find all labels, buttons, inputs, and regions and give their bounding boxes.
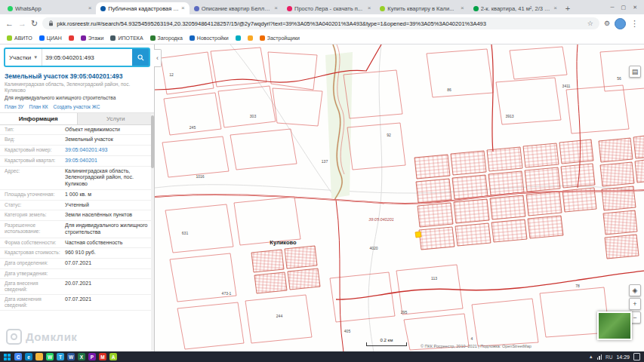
taskbar-app-excel[interactable]: X	[78, 353, 85, 360]
bookmark-star-icon[interactable]: ☆	[587, 20, 593, 27]
map-button-locate[interactable]: ◈	[629, 284, 641, 296]
scale-line	[366, 342, 407, 346]
search-input[interactable]	[42, 49, 132, 66]
tab-close-icon[interactable]: ×	[274, 5, 278, 11]
scale-bar: 0.2 км	[366, 338, 407, 346]
url-field[interactable]: pkk.rosreestr.ru/#/search/54.93254595263…	[42, 17, 599, 29]
bookmark-zastroyshchiki[interactable]: Застройщики	[260, 35, 300, 41]
cadastral-map[interactable]: 12 245 303 137 1016 631 473-1 244 405 40…	[155, 44, 644, 352]
taskbar-apps: C e W T W X P M A	[14, 353, 117, 360]
object-card: Земельный участок 39:05:040201:493 Калин…	[0, 70, 154, 113]
info-row: Статус: Учтенный	[0, 201, 154, 211]
bookmark-fav8[interactable]	[236, 35, 241, 41]
tab-favicon	[287, 6, 292, 11]
close-icon[interactable]: ✕	[633, 5, 637, 11]
info-row: Тип: Объект недвижимости	[0, 125, 154, 136]
taskbar-app-avito[interactable]: A	[109, 353, 117, 360]
bookmark-fav9[interactable]	[248, 35, 253, 41]
back-icon[interactable]: ←	[5, 20, 14, 28]
taskbar-app-photos[interactable]: P	[88, 353, 96, 360]
map-button-zoom-in[interactable]: +	[629, 298, 641, 310]
browser-tab-whatsapp[interactable]: WhatsApp ×	[3, 2, 96, 14]
content: Участки ▼ Земельный участок 39:05:040201…	[0, 44, 644, 352]
object-action-link[interactable]: Создать участок ЖС	[54, 104, 100, 109]
bookmark-avito[interactable]: АВИТО	[7, 35, 32, 41]
bookmark-favicon	[81, 35, 86, 41]
forward-icon[interactable]: →	[18, 20, 26, 28]
info-row-label: Форма собственности:	[5, 240, 65, 247]
info-row-label: Дата внесения сведений:	[5, 281, 65, 293]
selected-parcel[interactable]	[415, 232, 421, 238]
object-usage: Для индивидуального жилищного строительс…	[5, 95, 149, 101]
search-icon	[137, 54, 144, 61]
menu-kebab-icon[interactable]: ⋮	[630, 20, 639, 28]
tab-close-icon[interactable]: ×	[88, 5, 92, 11]
bookmark-novostroyki[interactable]: Новостройки	[190, 35, 229, 41]
info-row: Категория земель: Земли населённых пункт…	[0, 210, 154, 221]
bookmark-etazhi[interactable]: Этажи	[81, 35, 104, 41]
info-row: Адрес: Калининградская область, Зеленогр…	[0, 167, 154, 190]
taskbar-app-word[interactable]: W	[67, 353, 75, 360]
notification-center-icon[interactable]	[633, 353, 640, 360]
info-row: Дата внесения сведений: 20.07.2021	[0, 279, 154, 295]
new-tab-button[interactable]: +	[562, 2, 574, 14]
taskbar-app-explorer[interactable]	[35, 353, 43, 360]
system-tray: ▲ RU 14:29	[589, 353, 640, 360]
language-indicator[interactable]: RU	[605, 354, 612, 360]
maximize-icon[interactable]: ▢	[621, 5, 627, 11]
refresh-icon[interactable]: ↻	[31, 20, 38, 28]
bookmark-ipoteka[interactable]: ИПОТЕКА	[110, 35, 143, 41]
bookmark-favicon	[39, 35, 45, 41]
info-row-label: Статус:	[5, 202, 65, 209]
bookmark-favicon	[236, 35, 241, 41]
info-row: Кадастровый номер: 39:05:040201:493	[0, 146, 154, 156]
taskbar-app-mail[interactable]: M	[99, 353, 106, 360]
tab-information[interactable]: Информация	[0, 113, 78, 124]
info-row: Форма собственности: Частная собственнос…	[0, 238, 154, 249]
info-row: Дата утверждения:	[0, 269, 154, 279]
start-button[interactable]	[4, 354, 11, 360]
browser-tab-tab5[interactable]: Купить квартиру в Кали... ×	[375, 2, 468, 14]
bookmark-cian[interactable]: ЦИАН	[39, 35, 62, 41]
panel-scrollbar[interactable]	[151, 114, 154, 352]
info-row-label: Кадастровый квартал:	[5, 158, 65, 164]
tab-close-icon[interactable]: ×	[181, 5, 185, 11]
minimize-icon[interactable]: ─	[611, 5, 615, 10]
info-row-value: Учтенный	[65, 202, 149, 209]
browser-tab-tab4[interactable]: Просто Лера - скачать п... ×	[282, 2, 375, 14]
search-category-dropdown[interactable]: Участки ▼	[5, 49, 42, 66]
tab-favicon	[100, 6, 106, 11]
tray-expand-icon[interactable]: ▲	[589, 354, 593, 359]
browser-tab-pkk[interactable]: Публичная кадастровая ка... ×	[96, 2, 189, 14]
clock[interactable]: 14:29	[616, 354, 630, 360]
map-canvas	[155, 44, 644, 352]
taskbar-app-edge[interactable]: e	[25, 353, 32, 360]
map-button-layers[interactable]: ▤	[629, 66, 641, 78]
bookmark-favicon	[150, 35, 156, 41]
taskbar-app-whatsapp[interactable]: W	[46, 353, 54, 360]
object-action-link[interactable]: План ЗУ	[5, 104, 23, 109]
search-button[interactable]	[132, 49, 149, 66]
tab-services[interactable]: Услуги	[78, 113, 155, 124]
network-icon[interactable]	[597, 354, 602, 360]
bookmark-favicon	[260, 35, 265, 41]
bookmark-fav3[interactable]	[69, 35, 74, 41]
tab-close-icon[interactable]: ×	[368, 5, 371, 11]
extensions-icon[interactable]: ⚙	[604, 20, 610, 27]
panel-collapse-button[interactable]: ‹	[154, 49, 162, 67]
object-action-link[interactable]: План КК	[29, 104, 48, 109]
bookmark-zagorodka[interactable]: Загородка	[150, 35, 183, 41]
tab-close-icon[interactable]: ×	[553, 5, 557, 11]
taskbar-app-telegram[interactable]: T	[57, 353, 64, 360]
tab-favicon	[473, 6, 479, 11]
profile-avatar[interactable]	[615, 18, 626, 29]
info-row-value: 960 910 руб.	[65, 250, 149, 256]
panel-scrollbar-thumb[interactable]	[151, 115, 154, 168]
browser-tab-tab6[interactable]: 2-к. квартира, 41 м², 2/3 эт... ×	[469, 2, 562, 14]
basemap-switcher-thumbnail[interactable]	[597, 311, 632, 340]
info-row-label: Адрес:	[5, 168, 65, 188]
map-button-icon: −	[633, 314, 636, 321]
tab-close-icon[interactable]: ×	[461, 5, 464, 11]
browser-tab-tab3[interactable]: Описание квартир Белло... ×	[190, 2, 282, 14]
taskbar-app-chrome[interactable]: C	[14, 353, 22, 360]
